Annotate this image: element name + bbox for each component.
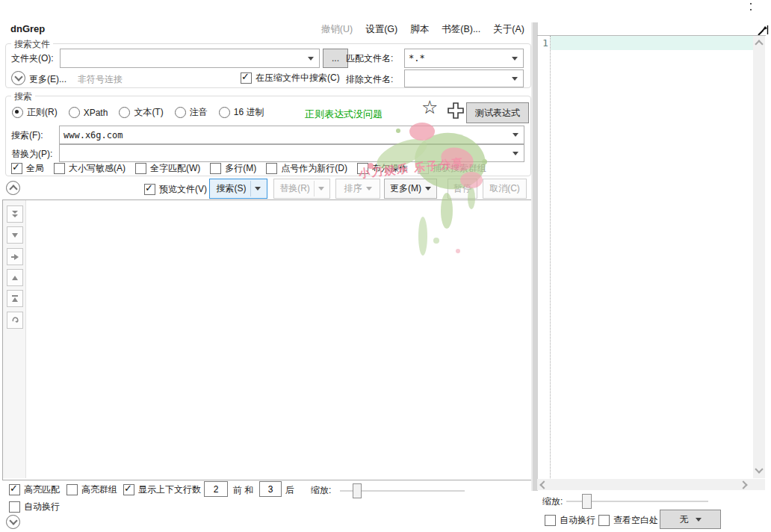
radio-regex[interactable]: 正则(R) bbox=[12, 106, 58, 119]
search-archives-checkbox[interactable]: 在压缩文件中搜索(C) bbox=[241, 72, 340, 84]
chevron-down-icon[interactable] bbox=[255, 187, 261, 191]
search-for-combobox[interactable]: www.x6g.com bbox=[59, 126, 524, 144]
app-title: dnGrep bbox=[10, 23, 45, 34]
search-mode-radios: 正则(R) XPath 文本(T) 注音 16 进制 bbox=[12, 106, 264, 119]
results-nav-toolbar bbox=[3, 200, 26, 478]
chevron-down-icon bbox=[9, 516, 17, 525]
menu-bookmarks[interactable]: 书签(B)... bbox=[442, 23, 480, 36]
option-multiline[interactable]: 多行(M) bbox=[210, 162, 256, 175]
highlight-group-checkbox[interactable]: 高亮群组 bbox=[66, 483, 117, 496]
triangle-right-icon bbox=[10, 253, 19, 262]
radio-icon bbox=[69, 107, 80, 118]
checkbox-icon bbox=[9, 501, 20, 513]
results-options-expander-top[interactable] bbox=[6, 181, 20, 195]
divider bbox=[314, 181, 315, 197]
grip-dots-icon[interactable] bbox=[750, 3, 752, 10]
results-options-expander-bottom[interactable] bbox=[6, 515, 20, 529]
checkbox-icon bbox=[54, 163, 65, 174]
chevron-down-icon bbox=[14, 72, 22, 81]
sort-button-label: 排序 bbox=[344, 182, 362, 195]
chevron-down-icon bbox=[318, 187, 324, 191]
highlight-select-dropdown[interactable]: 无 bbox=[660, 510, 721, 529]
option-global[interactable]: 全局 bbox=[11, 162, 44, 175]
radio-icon bbox=[119, 107, 130, 118]
replace-button-label: 替换(R) bbox=[279, 182, 310, 195]
search-button[interactable]: 搜索(S) bbox=[209, 179, 267, 199]
checkbox-checked-icon bbox=[11, 163, 22, 174]
symlink-label: 非符号连接 bbox=[78, 73, 123, 86]
preview-vertical-scrollbar[interactable] bbox=[753, 36, 765, 478]
option-boolean-operators[interactable]: 布尔操作 bbox=[357, 162, 408, 175]
chevron-down-icon[interactable] bbox=[425, 187, 431, 191]
nav-scroll-to-bottom-button[interactable] bbox=[7, 205, 23, 223]
checkbox-icon bbox=[545, 515, 556, 526]
chevron-down-icon[interactable] bbox=[755, 465, 763, 473]
search-results-area[interactable] bbox=[2, 200, 532, 480]
option-whole-word[interactable]: 全字匹配(W) bbox=[135, 162, 200, 175]
sort-button[interactable]: 排序 bbox=[335, 179, 380, 199]
star-icon[interactable]: ☆ bbox=[421, 98, 438, 117]
context-after-input[interactable] bbox=[259, 481, 282, 497]
preview-horizontal-scrollbar[interactable] bbox=[537, 479, 765, 490]
preview-file-label: 预览文件(V) bbox=[159, 183, 207, 196]
menu-undo[interactable]: 撤销(U) bbox=[321, 23, 353, 36]
more-button-label: 更多(M) bbox=[390, 182, 421, 195]
option-case-sensitive[interactable]: 大小写敏感(A) bbox=[54, 162, 126, 175]
panel-splitter[interactable] bbox=[531, 22, 538, 491]
chevron-up-icon[interactable] bbox=[755, 40, 763, 48]
preview-zoom-slider-thumb[interactable] bbox=[582, 494, 592, 509]
match-filename-combobox[interactable]: *.* bbox=[404, 49, 524, 68]
radio-phonetic[interactable]: 注音 bbox=[175, 106, 208, 119]
menu-script[interactable]: 脚本 bbox=[410, 23, 429, 36]
cancel-button[interactable]: 取消(C) bbox=[483, 179, 527, 199]
more-options-label[interactable]: 更多(E)... bbox=[29, 73, 66, 86]
results-wrap-checkbox[interactable]: 自动换行 bbox=[9, 501, 60, 513]
more-options-expander[interactable] bbox=[11, 71, 25, 85]
chevron-down-icon[interactable] bbox=[512, 77, 518, 81]
preview-wrap-checkbox[interactable]: 自动换行 bbox=[545, 514, 595, 527]
nav-scroll-to-top-button[interactable] bbox=[7, 290, 23, 307]
browse-label: ... bbox=[332, 53, 339, 64]
chevron-down-icon[interactable] bbox=[513, 152, 518, 155]
context-lines-checkbox[interactable]: 显示上下文行数 bbox=[123, 483, 201, 496]
radio-xpath[interactable]: XPath bbox=[69, 106, 108, 119]
pause-button-label: 暂停 bbox=[453, 182, 471, 195]
cancel-button-label: 取消(C) bbox=[489, 182, 520, 195]
radio-text[interactable]: 文本(T) bbox=[119, 106, 163, 119]
radio-hex[interactable]: 16 进制 bbox=[219, 106, 264, 119]
file-group: 搜索文件 文件夹(O): ... 匹配文件名: *.* 更多(E)... 非符号… bbox=[5, 43, 531, 88]
test-expression-button[interactable]: 测试表达式 bbox=[466, 102, 529, 123]
context-before-input[interactable] bbox=[204, 481, 228, 497]
menu-settings[interactable]: 设置(G) bbox=[365, 23, 397, 36]
nav-next-match-button[interactable] bbox=[7, 226, 23, 244]
exclude-filename-combobox[interactable] bbox=[404, 69, 524, 87]
menu-about[interactable]: 关于(A) bbox=[493, 23, 524, 36]
search-group: 搜索 正则(R) XPath 文本(T) 注音 16 进制 正则表达式没问题 ☆… bbox=[5, 96, 531, 176]
replace-button[interactable]: 替换(R) bbox=[273, 179, 330, 199]
nav-current-match-button[interactable] bbox=[7, 248, 23, 265]
preview-editor[interactable] bbox=[551, 36, 753, 478]
pause-button[interactable]: 暂停 bbox=[448, 179, 477, 199]
preview-whitespace-checkbox[interactable]: 查看空白处 bbox=[598, 514, 658, 527]
highlight-match-checkbox[interactable]: 高亮匹配 bbox=[9, 483, 60, 496]
nav-wrap-button[interactable] bbox=[7, 312, 23, 329]
chevron-left-icon[interactable] bbox=[539, 480, 548, 489]
nav-previous-match-button[interactable] bbox=[7, 269, 23, 286]
folder-combobox[interactable] bbox=[60, 49, 320, 68]
exclude-filename-label: 排除文件名: bbox=[346, 73, 393, 86]
chevron-right-icon[interactable] bbox=[739, 480, 747, 489]
more-button[interactable]: 更多(M) bbox=[384, 179, 437, 199]
checkbox-checked-icon bbox=[144, 184, 155, 195]
option-dot-as-newline[interactable]: 点号作为新行(D) bbox=[266, 162, 347, 175]
replace-with-combobox[interactable] bbox=[59, 144, 524, 162]
chevron-down-icon[interactable] bbox=[308, 57, 314, 61]
preview-file-checkbox[interactable]: 预览文件(V) bbox=[144, 183, 207, 196]
chevron-down-icon[interactable] bbox=[512, 57, 518, 61]
preview-zoom-label: 缩放: bbox=[542, 495, 563, 508]
results-zoom-slider-thumb[interactable] bbox=[353, 483, 362, 498]
search-group-legend: 搜索 bbox=[11, 90, 35, 103]
chevron-down-icon[interactable] bbox=[513, 133, 518, 137]
test-expression-label: 测试表达式 bbox=[475, 107, 520, 120]
add-plus-icon[interactable] bbox=[447, 102, 465, 120]
browse-button[interactable]: ... bbox=[323, 49, 348, 68]
